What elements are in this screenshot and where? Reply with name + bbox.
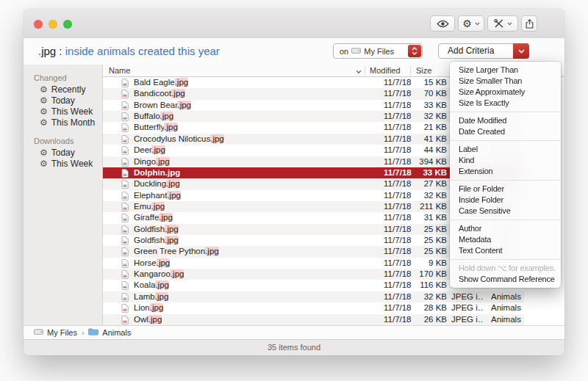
menu-separator bbox=[450, 259, 561, 260]
breadcrumb-root[interactable]: My Files bbox=[34, 328, 77, 337]
sidebar-item-downloads-this-week[interactable]: ⚙This Week bbox=[24, 158, 102, 169]
file-name: Bandicoot.jpg bbox=[134, 88, 362, 99]
disk-icon bbox=[351, 47, 361, 56]
file-icon bbox=[121, 291, 130, 302]
search-scope-popup[interactable]: on My Files bbox=[333, 43, 423, 59]
search-app-window: ⚙ bbox=[24, 9, 564, 355]
file-icon bbox=[121, 212, 130, 223]
file-size: 15 KB bbox=[410, 77, 447, 88]
file-size: 32 KB bbox=[410, 190, 447, 201]
menu-item-file-or-folder[interactable]: File or Folder bbox=[450, 184, 561, 195]
sidebar-item-label: This Month bbox=[51, 117, 95, 128]
menu-item-size-approximately[interactable]: Size Approximately bbox=[450, 87, 561, 98]
popup-stepper-icon bbox=[408, 45, 421, 57]
file-icon bbox=[121, 314, 130, 325]
file-icon bbox=[121, 190, 130, 201]
menu-item-kind[interactable]: Kind bbox=[450, 155, 561, 166]
menu-item-text-content[interactable]: Text Content bbox=[450, 245, 561, 256]
table-row-owl[interactable]: Owl.jpg11/7/1826 KBJPEG i…Animals bbox=[103, 314, 524, 325]
file-size: 44 KB bbox=[410, 145, 447, 156]
sidebar-item-changed-today[interactable]: ⚙Today bbox=[24, 95, 102, 106]
scope-value-label: My Files bbox=[364, 47, 394, 56]
file-icon bbox=[121, 280, 130, 291]
path-bar: My Files › Animals bbox=[24, 325, 564, 339]
breadcrumb-root-label: My Files bbox=[47, 328, 77, 337]
file-size: 27 KB bbox=[410, 178, 447, 189]
file-icon bbox=[121, 302, 130, 313]
menu-item-label[interactable]: Label bbox=[450, 144, 561, 155]
sort-indicator-icon[interactable] bbox=[356, 65, 362, 77]
table-row-lion[interactable]: Lion.jpg11/7/1828 KBJPEG i…Animals bbox=[103, 302, 524, 313]
tools-menu-button[interactable] bbox=[487, 15, 518, 32]
menu-item-case-sensitive[interactable]: Case Sensitive bbox=[450, 206, 561, 217]
match-highlight: .jpg bbox=[159, 213, 173, 222]
menu-separator bbox=[450, 180, 561, 181]
menu-item-author[interactable]: Author bbox=[450, 223, 561, 234]
title-bar: ⚙ bbox=[24, 9, 564, 39]
column-header-name[interactable]: Name bbox=[109, 65, 130, 76]
match-highlight: .jpg bbox=[155, 280, 169, 289]
table-row-lamb[interactable]: Lamb.jpg11/7/1832 KBJPEG i…Animals bbox=[103, 291, 524, 302]
file-name: Dolphin.jpg bbox=[134, 167, 362, 178]
column-header-modified[interactable]: Modified bbox=[370, 65, 401, 76]
menu-separator bbox=[450, 112, 561, 112]
menu-item-metadata[interactable]: Metadata bbox=[450, 234, 561, 245]
file-name: Bald Eagle.jpg bbox=[134, 77, 362, 88]
breadcrumb-folder[interactable]: Animals bbox=[88, 328, 131, 337]
sidebar-item-label: This Week bbox=[51, 106, 93, 117]
smart-search-gear-icon: ⚙ bbox=[40, 148, 48, 157]
menu-item-hold-down-for-examples: Hold down ⌥ for examples. bbox=[450, 263, 561, 274]
file-size: 25 KB bbox=[410, 235, 447, 246]
preview-button[interactable] bbox=[430, 15, 455, 32]
file-icon bbox=[121, 224, 130, 235]
match-highlight: .jpg bbox=[166, 179, 180, 188]
file-name: Lamb.jpg bbox=[134, 291, 362, 302]
sidebar: Changed⚙Recently⚙Today⚙This Week⚙This Mo… bbox=[24, 65, 103, 325]
smart-search-gear-icon: ⚙ bbox=[40, 118, 48, 127]
file-name: Dingo.jpg bbox=[134, 156, 362, 167]
file-size: 116 KB bbox=[410, 280, 447, 291]
minimize-button[interactable] bbox=[49, 20, 57, 29]
sidebar-item-changed-this-week[interactable]: ⚙This Week bbox=[24, 106, 102, 117]
gear-icon: ⚙ bbox=[462, 18, 472, 29]
file-kind: JPEG i… bbox=[451, 314, 484, 325]
match-highlight: .jpg bbox=[151, 202, 165, 211]
menu-item-size-is-exactly[interactable]: Size Is Exactly bbox=[450, 98, 561, 109]
file-name: Koala.jpg bbox=[134, 280, 362, 291]
chevron-down-icon bbox=[475, 22, 480, 26]
file-name: Emu.jpg bbox=[134, 201, 362, 212]
file-location: Animals bbox=[491, 314, 525, 325]
file-name: Buffalo.jpg bbox=[134, 111, 362, 122]
menu-item-show-command-reference[interactable]: Show Command Reference bbox=[450, 274, 561, 285]
file-icon bbox=[121, 88, 130, 99]
share-button[interactable] bbox=[521, 15, 537, 32]
add-criteria-label: Add Criteria bbox=[448, 44, 494, 58]
menu-item-extension[interactable]: Extension bbox=[450, 166, 561, 177]
menu-item-size-larger-than[interactable]: Size Larger Than bbox=[450, 65, 561, 76]
sidebar-item-downloads-today[interactable]: ⚙Today bbox=[24, 147, 102, 158]
menu-item-date-modified[interactable]: Date Modified bbox=[450, 115, 561, 126]
file-size: 26 KB bbox=[410, 314, 447, 325]
file-size: 32 KB bbox=[410, 111, 447, 122]
zoom-button[interactable] bbox=[63, 20, 72, 29]
search-query[interactable]: .jpg : inside animals created this year bbox=[38, 38, 220, 65]
add-criteria-button[interactable]: Add Criteria bbox=[438, 43, 529, 59]
action-menu-button[interactable]: ⚙ bbox=[458, 15, 484, 32]
menu-item-date-created[interactable]: Date Created bbox=[450, 126, 561, 137]
sidebar-item-changed-recently[interactable]: ⚙Recently bbox=[24, 84, 102, 95]
query-terms: inside animals created this year bbox=[65, 45, 220, 57]
close-button[interactable] bbox=[34, 20, 43, 29]
file-name: Elephant.jpg bbox=[134, 190, 362, 201]
match-highlight: .jpg bbox=[167, 191, 181, 200]
file-size: 28 KB bbox=[410, 302, 447, 313]
file-size: 31 KB bbox=[410, 212, 447, 223]
file-size: 32 KB bbox=[410, 291, 447, 302]
menu-item-inside-folder[interactable]: Inside Folder bbox=[450, 195, 561, 206]
menu-item-size-smaller-than[interactable]: Size Smaller Than bbox=[450, 76, 561, 87]
file-icon bbox=[121, 100, 130, 111]
smart-search-gear-icon: ⚙ bbox=[40, 85, 48, 94]
file-name: Brown Bear.jpg bbox=[134, 100, 362, 111]
sidebar-item-changed-this-month[interactable]: ⚙This Month bbox=[24, 117, 102, 128]
file-size: 211 KB bbox=[410, 201, 447, 212]
column-header-size[interactable]: Size bbox=[416, 65, 431, 76]
